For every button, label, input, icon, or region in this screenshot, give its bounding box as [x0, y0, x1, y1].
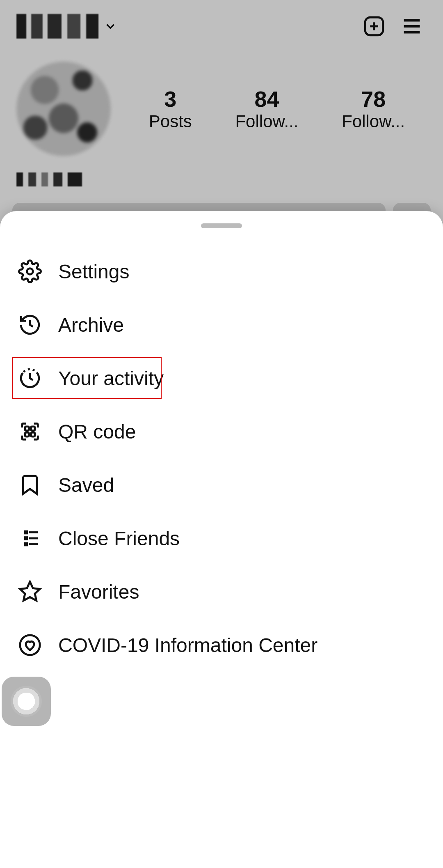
posts-stat[interactable]: 3 Posts [149, 86, 192, 131]
svg-point-9 [27, 269, 33, 275]
menu-item-favorites[interactable]: Favorites [0, 565, 443, 618]
hamburger-icon [400, 14, 424, 38]
create-post-button[interactable] [359, 11, 389, 41]
menu-item-covid-info[interactable]: COVID-19 Information Center [0, 618, 443, 672]
following-label: Follow... [342, 112, 405, 131]
activity-icon [18, 366, 42, 390]
svg-marker-18 [25, 537, 27, 540]
sheet-drag-handle[interactable] [201, 223, 242, 228]
svg-marker-22 [20, 582, 40, 601]
svg-rect-15 [31, 432, 35, 436]
menu-item-your-activity[interactable]: Your activity [0, 351, 443, 405]
svg-rect-14 [25, 432, 29, 436]
svg-marker-16 [25, 531, 27, 533]
profile-info-row: 3 Posts 84 Follow... 78 Follow... [0, 49, 443, 160]
menu-label-saved: Saved [58, 474, 114, 496]
gear-icon [18, 259, 42, 283]
menu-label-favorites: Favorites [58, 581, 139, 603]
followers-label: Follow... [235, 112, 298, 131]
star-icon [18, 580, 42, 604]
menu-item-saved[interactable]: Saved [0, 458, 443, 512]
menu-label-covid: COVID-19 Information Center [58, 634, 317, 657]
svg-rect-13 [31, 427, 35, 431]
heart-circle-icon [18, 633, 42, 657]
menu-label-qr-code: QR code [58, 420, 136, 443]
assistive-touch-icon [11, 686, 42, 717]
followers-count: 84 [254, 86, 279, 112]
display-name-redacted [16, 172, 82, 186]
assistive-touch-button[interactable] [2, 677, 51, 726]
menu-item-close-friends[interactable]: Close Friends [0, 512, 443, 565]
svg-marker-20 [25, 543, 27, 545]
following-stat[interactable]: 78 Follow... [342, 86, 405, 131]
chevron-down-icon [103, 19, 117, 33]
svg-point-23 [20, 635, 40, 655]
hamburger-menu-sheet: Settings Archive Your activity QR code S… [0, 211, 443, 868]
close-friends-icon [18, 526, 42, 550]
menu-item-settings[interactable]: Settings [0, 245, 443, 298]
profile-stats: 3 Posts 84 Follow... 78 Follow... [127, 86, 427, 131]
plus-square-icon [362, 14, 386, 38]
menu-label-settings: Settings [58, 260, 129, 283]
menu-label-close-friends: Close Friends [58, 527, 180, 550]
profile-header [0, 0, 443, 49]
svg-rect-12 [25, 427, 29, 431]
qr-code-icon [18, 420, 42, 443]
menu-item-qr-code[interactable]: QR code [0, 405, 443, 458]
menu-item-archive[interactable]: Archive [0, 298, 443, 351]
menu-label-archive: Archive [58, 314, 124, 336]
username-dropdown[interactable] [16, 14, 117, 39]
profile-avatar[interactable] [16, 62, 111, 156]
posts-label: Posts [149, 112, 192, 131]
bookmark-icon [18, 473, 42, 497]
following-count: 78 [361, 86, 386, 112]
username-redacted [16, 14, 98, 39]
archive-icon [18, 313, 42, 337]
hamburger-menu-button[interactable] [397, 11, 427, 41]
menu-label-your-activity: Your activity [58, 367, 164, 390]
followers-stat[interactable]: 84 Follow... [235, 86, 298, 131]
posts-count: 3 [164, 86, 176, 112]
